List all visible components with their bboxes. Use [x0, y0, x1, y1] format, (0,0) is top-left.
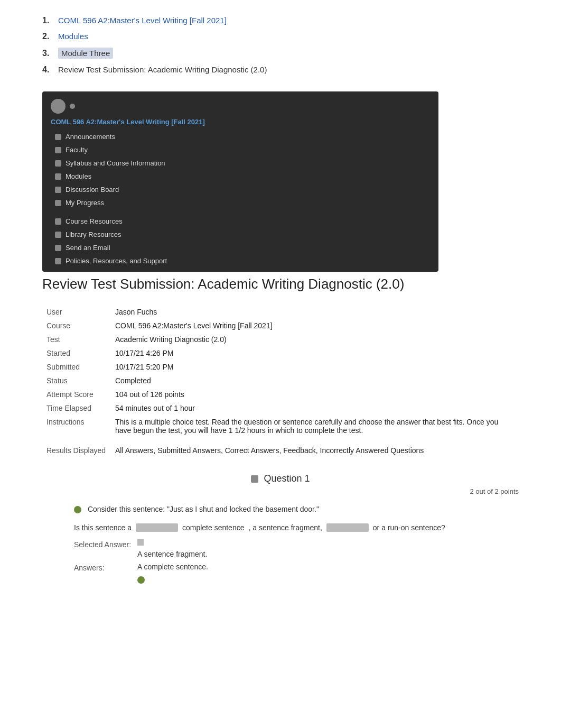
is-sentence-line: Is this sentence a complete sentence , a… [74, 523, 519, 532]
attempt-label: Attempt Score [42, 388, 111, 401]
nav-item-icon-faculty [55, 147, 61, 153]
status-label: Status [42, 374, 111, 388]
nav-item-label-progress: My Progress [66, 199, 104, 207]
selected-label: Selected Answer: [74, 539, 137, 549]
info-row-status: Status Completed [42, 374, 519, 388]
page-title: Review Test Submission: Academic Writing… [42, 276, 519, 292]
breadcrumb-section: 1. COML 596 A2:Master's Level Writing [F… [0, 0, 561, 91]
nav-item-label-faculty: Faculty [66, 146, 88, 154]
nav-item-label-send-email: Send an Email [66, 244, 110, 252]
selected-dot [137, 539, 144, 546]
breadcrumb-item-1: 1. COML 596 A2:Master's Level Writing [F… [42, 16, 519, 25]
question-1-text: Consider this sentence: "Just as I shut … [74, 504, 519, 515]
nav-item-label-library-resources: Library Resources [66, 231, 121, 238]
info-row-submitted: Submitted 10/17/21 5:20 PM [42, 360, 519, 374]
results-label: Results Displayed [42, 444, 111, 457]
answers-row: Answers: A complete sentence. [74, 563, 519, 584]
answers-value-container: A complete sentence. [137, 563, 208, 584]
nav-item-label-announcements: Announcements [66, 133, 115, 141]
nav-item-icon-modules [55, 173, 61, 180]
nav-overlay: COML 596 A2:Master's Level Writing [Fall… [42, 91, 438, 272]
answers-label: Answers: [74, 563, 137, 572]
submitted-value: 10/17/21 5:20 PM [111, 360, 519, 374]
nav-item-label-modules: Modules [66, 172, 91, 180]
nav-item-send-email[interactable]: Send an Email [42, 241, 438, 254]
user-value: Jason Fuchs [111, 305, 519, 319]
started-label: Started [42, 346, 111, 360]
submission-info-table: User Jason Fuchs Course COML 596 A2:Mast… [42, 305, 519, 457]
breadcrumb-review: Review Test Submission: Academic Writing… [58, 65, 267, 74]
prompt-option1: complete sentence [182, 523, 245, 532]
blank-2 [326, 523, 369, 532]
nav-item-icon-policies [55, 258, 61, 264]
nav-item-modules[interactable]: Modules [42, 170, 438, 183]
avatar-icon [51, 99, 66, 114]
selected-answer-row: Selected Answer: A sentence fragment. [74, 539, 519, 558]
question-1-body: Consider this sentence: "Just as I shut … [74, 504, 519, 584]
nav-item-icon-announcements [55, 134, 61, 140]
course-label: Course [42, 319, 111, 333]
question-sentence: Consider this sentence: "Just as I shut … [88, 505, 319, 513]
answer-dot-green [137, 576, 145, 584]
nav-item-syllabus[interactable]: Syllabus and Course Information [42, 156, 438, 170]
breadcrumb-item-4: 4. Review Test Submission: Academic Writ… [42, 65, 519, 75]
attempt-value: 104 out of 126 points [111, 388, 519, 401]
breadcrumb-number-3: 3. [42, 49, 58, 58]
info-row-results: Results Displayed All Answers, Submitted… [42, 444, 519, 457]
nav-item-faculty[interactable]: Faculty [42, 143, 438, 156]
info-row-spacer [42, 437, 519, 444]
info-row-test: Test Academic Writing Diagnostic (2.0) [42, 333, 519, 346]
breadcrumb-item-2: 2. Modules [42, 32, 519, 41]
prompt-option3: or a run-on sentence? [373, 523, 445, 532]
question-1-header: Question 1 [42, 473, 519, 484]
nav-item-discussion[interactable]: Discussion Board [42, 183, 438, 196]
selected-value-container: A sentence fragment. [137, 539, 207, 558]
breadcrumb-module-three: Module Three [58, 48, 113, 59]
nav-item-icon-syllabus [55, 160, 61, 167]
info-row-attempt: Attempt Score 104 out of 126 points [42, 388, 519, 401]
breadcrumb-link-1[interactable]: COML 596 A2:Master's Level Writing [Fall… [58, 16, 227, 25]
info-row-instructions: Instructions This is a multiple choice t… [42, 415, 519, 437]
status-value: Completed [111, 374, 519, 388]
prompt-option2: , a sentence fragment, [248, 523, 322, 532]
nav-item-icon-discussion [55, 187, 61, 193]
info-row-course: Course COML 596 A2:Master's Level Writin… [42, 319, 519, 333]
nav-item-icon-progress [55, 200, 61, 206]
course-value: COML 596 A2:Master's Level Writing [Fall… [111, 319, 519, 333]
nav-item-course-resources[interactable]: Course Resources [42, 215, 438, 228]
main-content: Review Test Submission: Academic Writing… [0, 276, 561, 609]
submitted-label: Submitted [42, 360, 111, 374]
nav-item-label-policies: Policies, Resources, and Support [66, 257, 167, 265]
started-value: 10/17/21 4:26 PM [111, 346, 519, 360]
nav-item-label-course-resources: Course Resources [66, 217, 123, 225]
nav-item-icon-course-resources [55, 218, 61, 225]
nav-item-icon-library-resources [55, 232, 61, 238]
results-value: All Answers, Submitted Answers, Correct … [111, 444, 519, 457]
nav-item-icon-send-email [55, 245, 61, 251]
question-dot-icon [74, 506, 81, 513]
breadcrumb-number-2: 2. [42, 32, 58, 41]
info-row-started: Started 10/17/21 4:26 PM [42, 346, 519, 360]
instructions-label: Instructions [42, 415, 111, 437]
nav-item-announcements[interactable]: Announcements [42, 130, 438, 143]
time-label: Time Elapsed [42, 401, 111, 415]
nav-item-library-resources[interactable]: Library Resources [42, 228, 438, 241]
selected-value: A sentence fragment. [137, 550, 207, 558]
test-label: Test [42, 333, 111, 346]
breadcrumb-link-2[interactable]: Modules [58, 32, 88, 41]
nav-item-label-discussion: Discussion Board [66, 186, 119, 193]
breadcrumb-item-3: 3. Module Three [42, 48, 519, 59]
time-value: 54 minutes out of 1 hour [111, 401, 519, 415]
question-1-points: 2 out of 2 points [42, 487, 519, 495]
nav-item-policies[interactable]: Policies, Resources, and Support [42, 254, 438, 268]
user-label: User [42, 305, 111, 319]
test-value: Academic Writing Diagnostic (2.0) [111, 333, 519, 346]
question-1-label: Question 1 [264, 473, 310, 484]
breadcrumb-number-1: 1. [42, 16, 58, 25]
breadcrumb-number-4: 4. [42, 65, 58, 75]
nav-course-link[interactable]: COML 596 A2:Master's Level Writing [Fall… [42, 117, 438, 130]
nav-item-label-syllabus: Syllabus and Course Information [66, 159, 165, 167]
nav-overlay-top [42, 96, 438, 117]
prompt-prefix: Is this sentence a [74, 523, 132, 532]
nav-item-progress[interactable]: My Progress [42, 196, 438, 209]
